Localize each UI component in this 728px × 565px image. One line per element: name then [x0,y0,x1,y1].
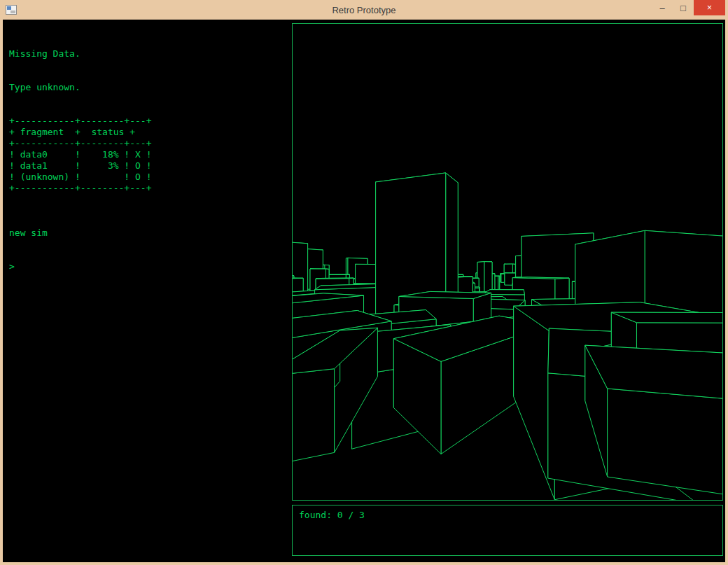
fragment-status-table: +-----------+--------+---+ + fragment + … [9,116,152,194]
terminal-prompt[interactable]: > [9,261,152,272]
terminal-command: new sim [9,228,152,239]
maximize-icon: □ [680,3,686,13]
terminal-line-missing-data: Missing Data. [9,48,152,60]
minimize-icon: – [659,3,664,13]
close-button[interactable]: × [694,0,725,15]
maximize-button[interactable]: □ [673,0,694,15]
close-icon: × [707,3,712,13]
titlebar[interactable]: Retro Prototype – □ × [0,0,728,20]
client-area: Missing Data. Type unknown. +-----------… [0,20,728,565]
window-title: Retro Prototype [0,5,728,15]
wireframe-canvas[interactable] [293,24,722,500]
minimize-button[interactable]: – [652,0,673,15]
status-panel: found: 0 / 3 [292,505,723,556]
app-icon[interactable] [6,5,17,15]
found-counter: found: 0 / 3 [299,510,365,520]
terminal-panel: Missing Data. Type unknown. +-----------… [9,26,152,295]
window-controls: – □ × [652,0,728,20]
app-window: Retro Prototype – □ × Missing Data. Type… [0,0,728,565]
viewport-panel [292,23,723,501]
terminal-line-type-unknown: Type unknown. [9,82,152,93]
